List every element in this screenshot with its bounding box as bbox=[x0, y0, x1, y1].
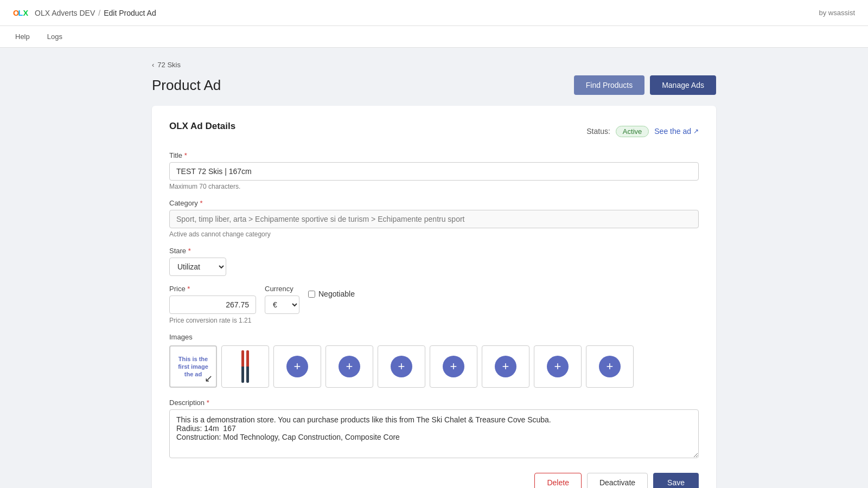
olx-logo-icon: O L X bbox=[13, 8, 30, 18]
status-row: Status: Active See the ad ↗ bbox=[586, 126, 699, 137]
price-input[interactable] bbox=[169, 296, 256, 314]
manage-ads-button[interactable]: Manage Ads bbox=[650, 75, 716, 95]
stare-label: Stare * bbox=[169, 247, 699, 255]
page-title: Product Ad bbox=[152, 77, 221, 94]
ski-image-slot[interactable] bbox=[221, 345, 269, 388]
add-image-slot-4[interactable]: + bbox=[430, 345, 477, 388]
add-image-slot-1[interactable]: + bbox=[273, 345, 321, 388]
action-row: Delete Deactivate Save bbox=[169, 473, 699, 488]
breadcrumb-separator: / bbox=[98, 9, 100, 17]
images-section: Images This is the first image the ad ↙ bbox=[169, 333, 699, 388]
add-image-slot-6[interactable]: + bbox=[534, 345, 582, 388]
nav-item-help[interactable]: Help bbox=[13, 26, 32, 48]
page-header: Product Ad Find Products Manage Ads bbox=[152, 75, 716, 95]
svg-text:X: X bbox=[23, 8, 28, 17]
see-ad-text: See the ad bbox=[654, 127, 691, 136]
back-link[interactable]: ‹ 72 Skis bbox=[152, 61, 716, 69]
ski-lines bbox=[241, 350, 249, 383]
stare-form-group: Stare * Utilizat bbox=[169, 247, 699, 276]
description-label: Description * bbox=[169, 399, 699, 407]
category-required: * bbox=[200, 199, 202, 207]
stare-required: * bbox=[188, 247, 191, 255]
save-button[interactable]: Save bbox=[653, 473, 699, 488]
delete-button[interactable]: Delete bbox=[534, 473, 581, 488]
top-navigation: O L X OLX Adverts DEV / Edit Product Ad … bbox=[0, 0, 868, 26]
title-form-group: Title * Maximum 70 characters. bbox=[169, 151, 699, 190]
add-icon-4: + bbox=[443, 356, 464, 377]
category-form-group: Category * Active ads cannot change cate… bbox=[169, 199, 699, 238]
add-image-slot-2[interactable]: + bbox=[326, 345, 373, 388]
currency-label: Currency bbox=[265, 285, 299, 293]
category-label: Category * bbox=[169, 199, 699, 207]
category-warning: Active ads cannot change category bbox=[169, 230, 699, 238]
add-image-slot-7[interactable]: + bbox=[586, 345, 634, 388]
add-icon-2: + bbox=[339, 356, 360, 377]
negotiable-checkbox[interactable] bbox=[308, 291, 315, 298]
title-label: Title * bbox=[169, 151, 699, 159]
status-badge: Active bbox=[616, 126, 649, 137]
arrow-icon: ↙ bbox=[205, 373, 213, 384]
description-form-group: Description * bbox=[169, 399, 699, 460]
status-label: Status: bbox=[586, 127, 610, 136]
add-icon-6: + bbox=[547, 356, 569, 377]
ad-details-card: OLX Ad Details Status: Active See the ad… bbox=[152, 106, 716, 488]
breadcrumb-current: Edit Product Ad bbox=[104, 9, 156, 17]
see-ad-link[interactable]: See the ad ↗ bbox=[654, 127, 699, 136]
conversion-note: Price conversion rate is 1.21 bbox=[169, 317, 699, 324]
nav-item-logs[interactable]: Logs bbox=[45, 26, 65, 48]
add-image-slot-3[interactable]: + bbox=[378, 345, 425, 388]
add-icon-7: + bbox=[599, 356, 621, 377]
external-link-icon: ↗ bbox=[693, 127, 699, 135]
page-content: ‹ 72 Skis Product Ad Find Products Manag… bbox=[108, 48, 760, 488]
description-textarea[interactable] bbox=[169, 409, 699, 458]
title-input[interactable] bbox=[169, 162, 699, 181]
stare-select[interactable]: Utilizat bbox=[169, 258, 226, 276]
user-info: by wsassist bbox=[819, 9, 855, 17]
deactivate-button[interactable]: Deactivate bbox=[587, 473, 648, 488]
category-input bbox=[169, 210, 699, 228]
card-header: OLX Ad Details Status: Active See the ad… bbox=[169, 121, 699, 140]
add-image-slot-5[interactable]: + bbox=[482, 345, 529, 388]
currency-group: Currency € bbox=[265, 285, 299, 314]
price-group: Price * bbox=[169, 285, 256, 314]
images-label: Images bbox=[169, 333, 699, 341]
currency-select[interactable]: € bbox=[265, 296, 299, 314]
card-section-title: OLX Ad Details bbox=[169, 121, 235, 132]
negotiable-group: Negotiable bbox=[308, 290, 355, 298]
ski-image bbox=[222, 346, 269, 387]
ski-line-2 bbox=[246, 350, 249, 383]
back-link-text: 72 Skis bbox=[157, 61, 181, 69]
add-icon-1: + bbox=[286, 356, 308, 377]
first-image-slot: This is the first image the ad ↙ bbox=[169, 345, 217, 388]
breadcrumb: OLX Adverts DEV / Edit Product Ad bbox=[35, 9, 156, 17]
description-wrapper bbox=[169, 409, 699, 460]
secondary-navigation: Help Logs bbox=[0, 26, 868, 48]
price-form-group: Price * Currency € Negotiable Price conv… bbox=[169, 285, 699, 324]
price-label: Price * bbox=[169, 285, 256, 293]
svg-text:L: L bbox=[18, 8, 23, 17]
back-arrow-icon: ‹ bbox=[152, 61, 154, 69]
header-actions: Find Products Manage Ads bbox=[574, 75, 716, 95]
breadcrumb-app: OLX Adverts DEV bbox=[35, 9, 95, 17]
ski-line-1 bbox=[241, 350, 244, 383]
title-hint: Maximum 70 characters. bbox=[169, 183, 699, 190]
olx-logo: O L X bbox=[13, 8, 30, 18]
images-row: This is the first image the ad ↙ + bbox=[169, 345, 699, 388]
add-icon-5: + bbox=[495, 356, 516, 377]
title-required: * bbox=[184, 151, 187, 159]
price-row: Price * Currency € Negotiable bbox=[169, 285, 699, 314]
nav-left: O L X OLX Adverts DEV / Edit Product Ad bbox=[13, 8, 156, 18]
add-icon-3: + bbox=[391, 356, 412, 377]
find-products-button[interactable]: Find Products bbox=[574, 75, 644, 95]
negotiable-label[interactable]: Negotiable bbox=[318, 290, 355, 298]
